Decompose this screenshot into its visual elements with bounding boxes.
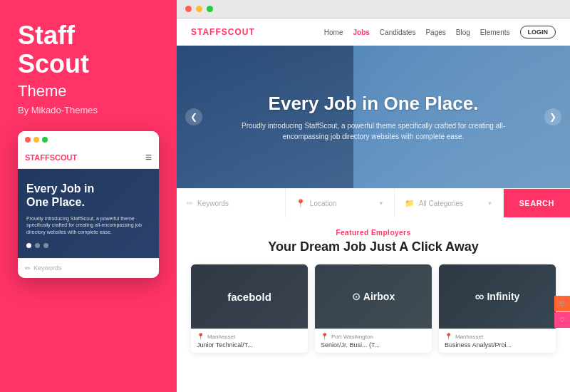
hero-arrow-right[interactable]: ❯ bbox=[544, 108, 561, 125]
cart-button[interactable]: 🛒 bbox=[554, 296, 570, 311]
search-bar: ✏ Keywords 📍 Location ▼ 📁 All Categories… bbox=[177, 188, 570, 217]
wishlist-button[interactable]: ♡ bbox=[554, 312, 570, 328]
location-pin-icon-3: 📍 bbox=[445, 333, 452, 340]
nav-jobs[interactable]: Jobs bbox=[353, 29, 370, 36]
categories-placeholder: All Categories bbox=[419, 200, 483, 207]
facebold-location: 📍 Manhasset bbox=[197, 333, 302, 340]
featured-label: Featured Employers bbox=[191, 229, 556, 237]
card-bottom-airbox: 📍 Port Washington Senior/Jr. Busi... (T.… bbox=[315, 329, 432, 353]
site-nav: Home Jobs Candidates Pages Blog Elements… bbox=[324, 26, 556, 38]
categories-field[interactable]: 📁 All Categories ▼ bbox=[395, 189, 504, 217]
search-button[interactable]: SEARCH bbox=[504, 189, 570, 217]
categories-icon: 📁 bbox=[405, 199, 415, 208]
mobile-nav: STAFFSCOUT ≡ bbox=[18, 147, 159, 169]
infinity-job-title: Business Analyst/Proi... bbox=[445, 341, 550, 349]
airbox-circle-icon: ⊙ bbox=[352, 291, 361, 302]
employer-card-facebold[interactable]: facebold 📍 Manhasset Junior Technical/T.… bbox=[191, 264, 308, 353]
airbox-location: 📍 Port Washington bbox=[321, 333, 426, 340]
brand-subtitle: Theme bbox=[18, 82, 159, 100]
login-button[interactable]: LOGIN bbox=[520, 26, 556, 38]
card-image-infinity: ∞ Infinity bbox=[439, 264, 556, 329]
employer-cards: facebold 📍 Manhasset Junior Technical/T.… bbox=[191, 264, 556, 353]
location-placeholder: Location bbox=[310, 200, 374, 207]
site-header: STAFFSCOUT Home Jobs Candidates Pages Bl… bbox=[177, 19, 570, 46]
airbox-logo: ⊙ Airbox bbox=[352, 291, 395, 302]
browser-dot-red bbox=[185, 6, 192, 12]
card-bottom-facebold: 📍 Manhasset Junior Technical/T... bbox=[191, 329, 308, 353]
browser-chrome bbox=[177, 0, 570, 19]
nav-elements[interactable]: Elements bbox=[480, 29, 510, 36]
keywords-field[interactable]: ✏ Keywords bbox=[177, 189, 286, 217]
featured-section: Featured Employers Your Dream Job Just A… bbox=[177, 217, 570, 361]
location-pin-icon-2: 📍 bbox=[321, 333, 328, 340]
infinity-symbol-icon: ∞ bbox=[475, 289, 484, 304]
brand-title: Staff Scout bbox=[18, 21, 159, 78]
hero-content: Every Job in One Place. Proudly introduc… bbox=[209, 93, 537, 142]
mobile-slider-dots bbox=[26, 243, 150, 248]
card-image-facebold: facebold bbox=[191, 264, 308, 329]
nav-blog[interactable]: Blog bbox=[456, 29, 470, 36]
nav-candidates[interactable]: Candidates bbox=[380, 29, 416, 36]
slider-dot-2 bbox=[35, 243, 40, 248]
hero-title: Every Job in One Place. bbox=[238, 93, 509, 115]
slider-dot-1 bbox=[26, 243, 31, 248]
infinity-logo: ∞ Infinity bbox=[475, 289, 520, 304]
location-field[interactable]: 📍 Location ▼ bbox=[286, 189, 395, 217]
mobile-dot-red bbox=[25, 137, 31, 143]
location-icon: 📍 bbox=[296, 199, 306, 208]
mobile-search-icon: ✏ bbox=[25, 264, 31, 272]
hero-desc: Proudly introducing StaffScout, a powerf… bbox=[238, 120, 509, 142]
keywords-icon: ✏ bbox=[187, 199, 193, 208]
left-panel: Staff Scout Theme By Mikado-Themes STAFF… bbox=[0, 0, 177, 392]
hero-arrow-left[interactable]: ❮ bbox=[185, 108, 202, 125]
slider-dot-3 bbox=[43, 243, 48, 248]
mobile-dot-yellow bbox=[33, 137, 39, 143]
mobile-hero-desc: Proudly introducing StaffScout, a powerf… bbox=[26, 215, 150, 236]
mobile-search-bar[interactable]: ✏ Keywords bbox=[18, 258, 159, 278]
facebold-logo: facebold bbox=[227, 291, 271, 303]
card-image-airbox: ⊙ Airbox bbox=[315, 264, 432, 329]
hamburger-icon[interactable]: ≡ bbox=[145, 151, 152, 164]
nav-pages[interactable]: Pages bbox=[425, 29, 445, 36]
keywords-placeholder: Keywords bbox=[197, 200, 229, 207]
browser-dot-green bbox=[207, 6, 213, 12]
nav-home[interactable]: Home bbox=[324, 29, 343, 36]
employer-card-airbox[interactable]: ⊙ Airbox 📍 Port Washington Senior/Jr. Bu… bbox=[315, 264, 432, 353]
right-edge-buttons: 🛒 ♡ bbox=[554, 296, 570, 328]
location-chevron-icon: ▼ bbox=[378, 200, 384, 207]
featured-title: Your Dream Job Just A Click Away bbox=[191, 239, 556, 254]
hero-section: ❮ Every Job in One Place. Proudly introd… bbox=[177, 46, 570, 188]
airbox-job-title: Senior/Jr. Busi... (T... bbox=[321, 341, 426, 349]
browser-dot-yellow bbox=[196, 6, 202, 12]
mobile-dot-green bbox=[42, 137, 48, 143]
card-bottom-infinity: 📍 Manhasset Business Analyst/Proi... bbox=[439, 329, 556, 353]
mobile-hero-title: Every Job inOne Place. bbox=[26, 182, 150, 209]
mobile-top-bar bbox=[18, 131, 159, 147]
employer-card-infinity[interactable]: ∞ Infinity 📍 Manhasset Business Analyst/… bbox=[439, 264, 556, 353]
site-logo: STAFFSCOUT bbox=[191, 27, 255, 37]
facebold-job-title: Junior Technical/T... bbox=[197, 341, 302, 349]
brand-by: By Mikado-Themes bbox=[18, 105, 159, 115]
location-pin-icon: 📍 bbox=[197, 333, 204, 340]
mobile-hero: Every Job inOne Place. Proudly introduci… bbox=[18, 169, 159, 258]
categories-chevron-icon: ▼ bbox=[487, 200, 493, 207]
mobile-logo: STAFFSCOUT bbox=[25, 153, 77, 162]
browser-mockup: STAFFSCOUT Home Jobs Candidates Pages Bl… bbox=[177, 0, 570, 392]
mobile-mockup: STAFFSCOUT ≡ Every Job inOne Place. Prou… bbox=[18, 131, 159, 278]
infinity-location: 📍 Manhasset bbox=[445, 333, 550, 340]
mobile-search-text: Keywords bbox=[33, 264, 62, 272]
